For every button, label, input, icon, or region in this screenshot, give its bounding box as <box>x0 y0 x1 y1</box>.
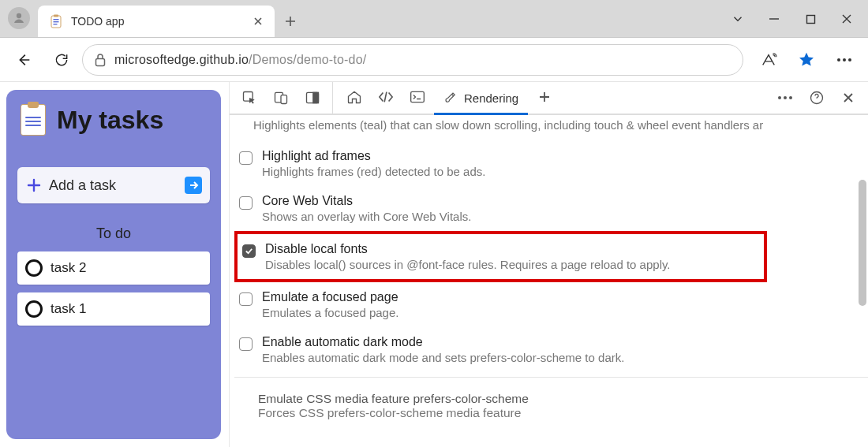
plus-icon <box>27 178 41 192</box>
checkbox[interactable] <box>239 151 253 165</box>
tab-close-button[interactable] <box>251 14 265 28</box>
svg-rect-7 <box>96 58 105 65</box>
arrow-right-icon <box>185 177 202 194</box>
minimize-button[interactable] <box>756 3 792 35</box>
tab-title: TODO app <box>71 15 243 28</box>
svg-rect-15 <box>313 92 319 102</box>
svg-rect-16 <box>411 91 425 102</box>
dock-side-icon[interactable] <box>297 83 327 113</box>
option-highlight-ad-frames: Highlight ad frames Highlights frames (r… <box>234 141 868 186</box>
clipboard-icon <box>49 14 63 28</box>
add-task-label: Add a task <box>49 177 116 194</box>
option-desc: Enables automatic dark mode and sets pre… <box>262 351 624 364</box>
console-tab-icon[interactable] <box>402 82 432 112</box>
option-emulate-focused-page: Emulate a focused page Emulates a focuse… <box>234 282 868 327</box>
rendering-tab[interactable]: Rendering <box>434 82 528 114</box>
svg-point-8 <box>837 58 840 61</box>
svg-point-19 <box>789 96 792 99</box>
radio-icon[interactable] <box>25 300 43 318</box>
inspect-icon[interactable] <box>234 83 264 113</box>
svg-point-10 <box>848 58 851 61</box>
help-button[interactable] <box>802 83 832 113</box>
devtools-panel: Rendering Highlights elements (teal) tha… <box>229 82 868 447</box>
svg-point-9 <box>843 58 846 61</box>
url-text: microsoftedge.github.io/Demos/demo-to-do… <box>114 53 366 67</box>
add-task-button[interactable]: Add a task <box>17 167 210 203</box>
option-title: Emulate a focused page <box>262 290 398 304</box>
window-controls <box>720 0 865 38</box>
svg-point-0 <box>17 13 21 18</box>
task-label: task 2 <box>51 260 86 276</box>
devtools-toolbar: Rendering <box>230 82 868 115</box>
devtools-more-button[interactable] <box>770 83 800 113</box>
browser-toolbar: microsoftedge.github.io/Demos/demo-to-do… <box>0 38 868 82</box>
read-aloud-button[interactable] <box>751 43 786 77</box>
devtools-close-button[interactable] <box>833 83 863 113</box>
emulate-section-desc: Forces CSS prefers-color-scheme media fe… <box>258 406 854 420</box>
url-host: microsoftedge.github.io <box>114 53 249 66</box>
scrollbar[interactable] <box>857 156 866 440</box>
task-item[interactable]: task 1 <box>17 292 210 326</box>
option-desc: Emulates a focused page. <box>262 306 398 319</box>
checkbox[interactable] <box>242 244 256 258</box>
device-toggle-icon[interactable] <box>266 83 296 113</box>
new-tab-button[interactable] <box>275 6 306 37</box>
refresh-button[interactable] <box>44 43 79 77</box>
svg-rect-13 <box>281 95 287 104</box>
window-titlebar: TODO app <box>0 0 868 38</box>
option-desc: Disables local() sources in @font-face r… <box>265 258 671 271</box>
lock-icon <box>94 53 107 67</box>
app-card: My tasks Add a task To do task 2 task 1 <box>6 90 221 439</box>
scrollbar-thumb[interactable] <box>859 180 866 306</box>
option-title: Enable automatic dark mode <box>262 335 624 349</box>
option-title: Disable local fonts <box>265 242 671 256</box>
checkbox[interactable] <box>239 337 253 351</box>
paintbrush-icon <box>443 91 458 105</box>
svg-point-18 <box>784 96 787 99</box>
chevron-down-icon[interactable] <box>720 3 756 35</box>
task-label: task 1 <box>51 301 86 317</box>
truncated-option-desc: Highlights elements (teal) that can slow… <box>234 115 868 141</box>
svg-rect-6 <box>806 15 814 23</box>
maximize-button[interactable] <box>792 3 829 35</box>
emulate-section-title: Emulate CSS media feature prefers-color-… <box>258 392 854 406</box>
svg-rect-4 <box>54 21 59 22</box>
back-button[interactable] <box>6 43 41 77</box>
task-item[interactable]: task 2 <box>17 251 210 285</box>
address-bar[interactable]: microsoftedge.github.io/Demos/demo-to-do… <box>82 44 743 76</box>
option-desc: Shows an overlay with Core Web Vitals. <box>262 210 471 223</box>
svg-point-17 <box>778 96 781 99</box>
rendering-tab-label: Rendering <box>464 91 518 105</box>
option-title: Highlight ad frames <box>262 149 485 163</box>
svg-rect-3 <box>54 19 59 20</box>
option-core-web-vitals: Core Web Vitals Shows an overlay with Co… <box>234 186 868 231</box>
app-panel: My tasks Add a task To do task 2 task 1 <box>0 82 229 447</box>
emulate-section: Emulate CSS media feature prefers-color-… <box>234 382 868 428</box>
content-area: My tasks Add a task To do task 2 task 1 <box>0 82 868 447</box>
option-automatic-dark-mode: Enable automatic dark mode Enables autom… <box>234 327 868 378</box>
welcome-tab-icon[interactable] <box>339 82 369 112</box>
more-button[interactable] <box>827 43 862 77</box>
checkbox[interactable] <box>239 292 253 306</box>
option-disable-local-fonts: Disable local fonts Disables local() sou… <box>238 234 764 279</box>
url-path: /Demos/demo-to-do/ <box>249 53 366 66</box>
svg-rect-5 <box>54 24 58 24</box>
browser-tab[interactable]: TODO app <box>38 6 275 37</box>
clipboard-icon <box>21 104 46 136</box>
checkbox[interactable] <box>239 196 253 210</box>
app-title: My tasks <box>57 106 163 135</box>
option-title: Core Web Vitals <box>262 194 471 208</box>
radio-icon[interactable] <box>25 259 43 277</box>
profile-button[interactable] <box>0 0 38 37</box>
window-close-button[interactable] <box>829 3 865 35</box>
add-tab-button[interactable] <box>529 82 559 112</box>
annotation-highlight: Disable local fonts Disables local() sou… <box>234 231 767 282</box>
avatar-icon <box>8 7 30 29</box>
option-desc: Highlights frames (red) detected to be a… <box>262 165 485 178</box>
section-label: To do <box>17 225 210 242</box>
favorite-button[interactable] <box>789 43 824 77</box>
svg-rect-2 <box>54 15 58 17</box>
elements-tab-icon[interactable] <box>371 82 401 112</box>
app-header: My tasks <box>17 104 210 136</box>
rendering-pane: Highlights elements (teal) that can slow… <box>230 115 868 447</box>
